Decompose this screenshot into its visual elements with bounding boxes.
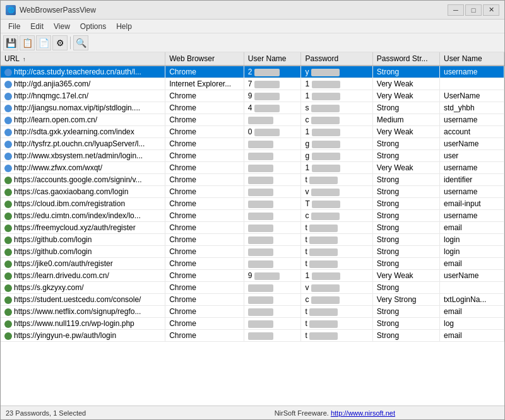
strength-cell: Strong <box>372 234 439 246</box>
strength-cell: Strong <box>372 150 439 162</box>
favicon-icon <box>4 332 12 340</box>
strength-cell: Strong <box>372 102 439 114</box>
password-cell: s <box>301 102 372 114</box>
table-row[interactable]: https://github.com/loginChromet Stronglo… <box>1 234 504 246</box>
col-header-url[interactable]: URL ↑ <box>1 52 165 66</box>
close-button[interactable]: ✕ <box>483 4 499 16</box>
username2-cell: username <box>439 114 504 126</box>
blurred-username <box>254 129 280 136</box>
favicon-icon <box>4 129 12 136</box>
username2-cell: email <box>439 306 504 318</box>
table-row[interactable]: https://student.uestcedu.com/console/Chr… <box>1 294 504 306</box>
table-row[interactable]: https://jike0.com/auth/registerChromet S… <box>1 258 504 270</box>
username2-cell: login <box>439 246 504 258</box>
username2-cell: username <box>439 162 504 174</box>
table-row[interactable]: http://gd.anjia365.com/Internet Explorer… <box>1 78 504 90</box>
col-header-password[interactable]: Password <box>301 52 372 66</box>
url-text: http://sdta.gxk.yxlearning.com/index <box>14 127 134 136</box>
menu-bar: File Edit View Options Help <box>1 20 504 33</box>
table-row[interactable]: https://github.com/loginChromet Stronglo… <box>1 246 504 258</box>
copy2-button[interactable]: 📄 <box>36 35 51 50</box>
username-cell <box>244 174 301 186</box>
strength-cell: Strong <box>372 330 439 342</box>
status-bar: 23 Passwords, 1 Selected NirSoft Freewar… <box>1 405 504 419</box>
table-row[interactable]: http://learn.open.com.cn/Chromec Mediumu… <box>1 114 504 126</box>
browser-cell: Chrome <box>165 162 244 174</box>
menu-edit[interactable]: Edit <box>25 21 49 32</box>
password-cell: v <box>301 282 372 294</box>
username2-cell: email <box>439 330 504 342</box>
col-header-username[interactable]: User Name <box>244 52 301 66</box>
find-button[interactable]: 🔍 <box>73 35 88 50</box>
blurred-username <box>248 236 273 244</box>
table-row[interactable]: https://www.null119.cn/wp-login.phpChrom… <box>1 318 504 330</box>
browser-cell: Chrome <box>165 66 244 78</box>
table-row[interactable]: https://www.netflix.com/signup/regfo...C… <box>1 306 504 318</box>
table-row[interactable]: https://s.gkzyxy.com/Chromev Strong <box>1 282 504 294</box>
properties-button[interactable]: ⚙ <box>52 35 68 50</box>
copy-button[interactable]: 📋 <box>20 35 35 50</box>
strength-cell: Strong <box>372 318 439 330</box>
table-row[interactable]: https://cas.gaoxiaobang.com/loginChromev… <box>1 186 504 198</box>
url-text: http://gd.anjia365.com/ <box>14 79 90 88</box>
table-row[interactable]: https://edu.cimtn.com/index/index/lo...C… <box>1 210 504 222</box>
username2-cell: identifier <box>439 174 504 186</box>
password-cell: g <box>301 138 372 150</box>
menu-file[interactable]: File <box>3 21 25 32</box>
favicon-icon <box>4 213 12 220</box>
table-row[interactable]: https://freemycloud.xyz/auth/registerChr… <box>1 222 504 234</box>
table-row[interactable]: http://hnqmgc.17el.cn/Chrome9 1 Very Wea… <box>1 90 504 102</box>
table-row[interactable]: http://www.xbsystem.net/admin/login...Ch… <box>1 150 504 162</box>
table-row[interactable]: https://accounts.google.com/signin/v...C… <box>1 174 504 186</box>
url-text: https://learn.drivedu.com.cn/ <box>14 271 109 280</box>
col-header-strength[interactable]: Password Str... <box>372 52 439 66</box>
save-button[interactable]: 💾 <box>3 35 18 50</box>
username-cell: 2 <box>244 66 301 78</box>
blurred-username <box>254 81 280 88</box>
browser-cell: Chrome <box>165 150 244 162</box>
url-text: https://freemycloud.xyz/auth/register <box>14 223 136 232</box>
col-header-browser[interactable]: Web Browser <box>165 52 244 66</box>
username2-cell: email <box>439 258 504 270</box>
url-text: http://learn.open.com.cn/ <box>14 115 97 124</box>
maximize-button[interactable]: □ <box>465 4 482 16</box>
table-row[interactable]: http://tysfrz.pt.ouchn.cn/lyuapServer/l.… <box>1 138 504 150</box>
nirsoft-link[interactable]: http://www.nirsoft.net <box>331 409 395 417</box>
username2-cell: user <box>439 150 504 162</box>
strength-cell: Strong <box>372 186 439 198</box>
table-row[interactable]: https://cloud.ibm.com/registrationChrome… <box>1 198 504 210</box>
password-table-container[interactable]: URL ↑ Web Browser User Name Password Pas… <box>1 52 504 405</box>
favicon-icon <box>4 117 12 124</box>
blurred-username <box>248 260 273 268</box>
blurred-password <box>311 189 340 196</box>
toolbar-separator <box>70 37 71 49</box>
nirsoft-label: NirSoft Freeware. <box>275 409 331 417</box>
table-row[interactable]: http://jiangsu.nomax.vip/tip/stdlogin...… <box>1 102 504 114</box>
blurred-username <box>248 189 273 196</box>
table-row[interactable]: http://www.zfwx.com/wxqt/Chrome1 Very We… <box>1 162 504 174</box>
blurred-password <box>309 236 338 244</box>
blurred-password <box>311 213 340 220</box>
password-cell: t <box>301 234 372 246</box>
username2-cell: userName <box>439 270 504 282</box>
favicon-icon <box>4 201 12 208</box>
minimize-button[interactable]: ─ <box>448 4 464 16</box>
password-table: URL ↑ Web Browser User Name Password Pas… <box>1 52 504 342</box>
table-row[interactable]: https://learn.drivedu.com.cn/Chrome9 1 V… <box>1 270 504 282</box>
url-text: https://jike0.com/auth/register <box>14 259 113 268</box>
menu-options[interactable]: Options <box>75 21 111 32</box>
menu-help[interactable]: Help <box>111 21 137 32</box>
username2-cell <box>439 78 504 90</box>
blurred-password <box>312 165 340 172</box>
password-cell: c <box>301 114 372 126</box>
blurred-password <box>311 69 340 76</box>
col-header-username2[interactable]: User Name <box>439 52 504 66</box>
table-row[interactable]: http://cas.study.teacheredu.cn/auth/l...… <box>1 66 504 78</box>
username2-cell: login <box>439 234 504 246</box>
browser-cell: Internet Explorer... <box>165 78 244 90</box>
strength-cell: Strong <box>372 282 439 294</box>
menu-view[interactable]: View <box>49 21 75 32</box>
blurred-password <box>312 141 340 148</box>
table-row[interactable]: https://yingyun-e.pw/auth/loginChromet S… <box>1 330 504 342</box>
table-row[interactable]: http://sdta.gxk.yxlearning.com/indexChro… <box>1 126 504 138</box>
